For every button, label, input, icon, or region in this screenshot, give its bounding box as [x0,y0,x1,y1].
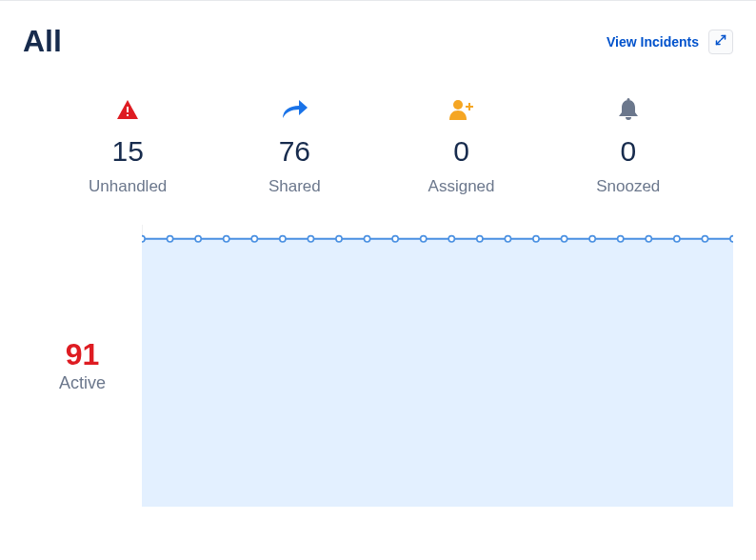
stat-label: Shared [269,177,321,196]
active-label: Active [59,373,106,393]
svg-point-19 [477,236,483,242]
stat-label: Snoozed [596,177,660,196]
view-incidents-link[interactable]: View Incidents [607,34,699,50]
stat-snoozed[interactable]: 0 Snoozed [567,97,690,196]
svg-point-20 [505,236,510,242]
svg-point-25 [646,236,651,242]
active-panel: 91 Active [23,225,142,507]
svg-point-2 [453,100,463,110]
svg-point-17 [421,236,427,242]
bell-icon [618,97,639,122]
svg-point-16 [392,236,398,242]
stat-label: Unhandled [89,177,167,196]
svg-point-18 [448,236,454,242]
expand-button[interactable] [708,30,733,54]
stat-value: 76 [279,135,310,168]
active-chart [142,225,733,507]
svg-point-27 [702,236,707,242]
svg-point-28 [730,236,733,242]
svg-point-5 [627,98,629,101]
user-plus-icon [448,97,475,122]
page-title: All [23,24,62,59]
svg-point-7 [142,236,145,242]
stats-row: 15 Unhandled 76 Shared 0 Assi [23,97,733,196]
chart-row: 91 Active [23,225,733,507]
stat-unhandled[interactable]: 15 Unhandled [66,97,189,196]
active-value: 91 [66,338,100,371]
svg-point-14 [336,236,342,242]
stat-value: 0 [620,135,636,168]
header-bar: All View Incidents [23,24,733,59]
header-actions: View Incidents [607,30,733,54]
svg-point-24 [618,236,624,242]
svg-point-10 [224,236,229,242]
svg-point-9 [195,236,201,242]
alert-triangle-icon [116,97,139,122]
svg-point-13 [308,236,313,242]
svg-point-26 [674,236,680,242]
svg-point-15 [364,236,369,242]
stat-value: 0 [453,135,469,168]
stat-label: Assigned [428,177,495,196]
svg-point-8 [167,236,172,242]
share-arrow-icon [280,97,308,122]
svg-rect-1 [127,114,129,116]
svg-point-12 [280,236,286,242]
svg-rect-4 [466,106,473,108]
svg-point-22 [561,236,567,242]
svg-point-23 [589,236,595,242]
stat-assigned[interactable]: 0 Assigned [400,97,524,196]
svg-point-21 [533,236,539,242]
stat-shared[interactable]: 76 Shared [232,97,356,196]
stat-value: 15 [112,135,144,168]
svg-point-11 [251,236,257,242]
svg-rect-0 [127,107,129,112]
expand-icon [715,34,726,49]
